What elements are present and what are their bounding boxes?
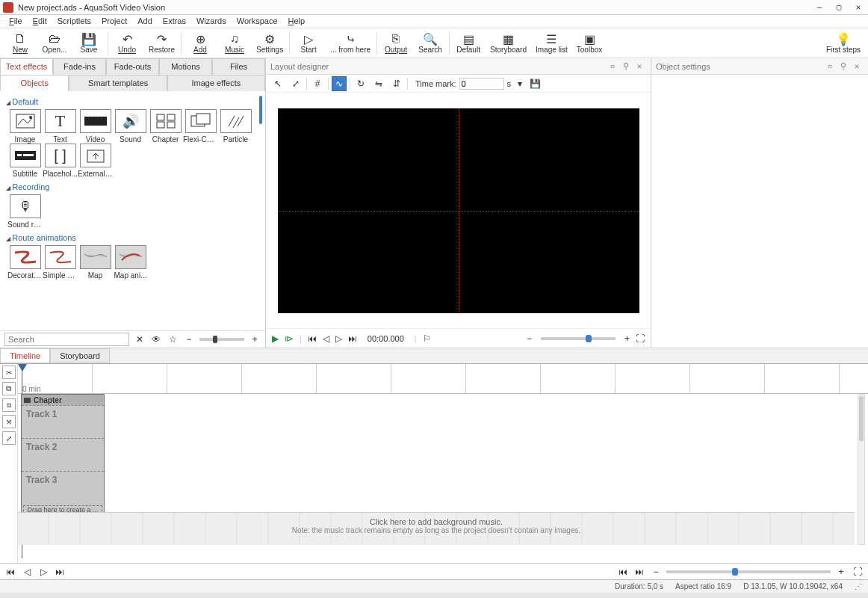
close-button[interactable]: ✕ [849,0,868,15]
tl-zoom-icon[interactable]: ⤢ [2,431,16,445]
tab-timeline[interactable]: Timeline [0,348,50,363]
save-button[interactable]: 💾Save [73,31,105,55]
tab-storyboard[interactable]: Storyboard [50,348,110,363]
item-map-ani[interactable]: Map ani... [113,245,148,280]
item-external[interactable]: External ... [78,144,113,178]
new-button[interactable]: 🗋New [4,31,36,55]
tab-image-effects[interactable]: Image effects [167,75,265,91]
foot-skip-prev-icon[interactable]: ⏮ [617,567,629,577]
search-input[interactable] [4,333,129,346]
tab-smart-templates[interactable]: Smart templates [69,75,167,91]
menu-help[interactable]: Help [284,15,310,28]
firststeps-button[interactable]: 💡First steps [823,31,864,55]
fit-tl-icon[interactable]: ⛶ [852,567,864,577]
menu-workspace[interactable]: Workspace [232,15,282,28]
menu-scriptlets[interactable]: Scriptlets [53,15,96,28]
add-button[interactable]: ⊕Add [185,31,216,55]
fromhere-button[interactable]: ⤷... from here [327,31,373,55]
grid-icon[interactable]: # [310,76,325,91]
item-subtitle[interactable]: Subtitle [7,144,43,178]
panel-pin-icon[interactable]: ⚲ [619,61,633,71]
stepper-icon[interactable]: ▾ [514,78,526,89]
tab-objects[interactable]: Objects [0,75,69,91]
os-popout-icon[interactable]: ▫ [823,61,837,71]
item-text[interactable]: TText [43,109,78,144]
menu-wizards[interactable]: Wizards [192,15,231,28]
search-button[interactable]: 🔍Search [415,31,446,55]
volume-slider[interactable] [541,337,616,340]
os-pin-icon[interactable]: ⚲ [837,61,850,71]
item-decorate[interactable]: Decorate... [7,245,43,280]
prev-track-icon[interactable]: ⏮ [308,333,317,344]
track-2[interactable]: Track 2 [22,438,104,471]
vol-up-icon[interactable]: + [624,333,630,344]
menu-add[interactable]: Add [133,15,157,28]
foot-prev-icon[interactable]: ◁ [21,567,33,577]
tab-files[interactable]: Files [212,58,265,75]
tab-fade-outs[interactable]: Fade-outs [106,58,159,75]
zoom-out-icon[interactable]: − [183,334,195,345]
clear-search-icon[interactable]: ✕ [134,334,146,345]
zoom-out-tl-icon[interactable]: − [650,567,662,577]
track-1[interactable]: Track 1 [22,405,104,438]
resize-mode-icon[interactable]: ⤢ [288,76,303,91]
tl-fit-icon[interactable]: ⤧ [2,415,16,428]
tl-cut-icon[interactable]: ✂ [2,366,16,379]
timeline-ruler[interactable]: 0 min [18,364,868,394]
star-icon[interactable]: ☆ [167,334,179,345]
menu-file[interactable]: File [4,15,27,28]
foot-skip-next-icon[interactable]: ⏭ [633,567,645,577]
item-sound[interactable]: 🔊Sound [113,109,148,144]
start-button[interactable]: ▷Start [293,31,324,55]
item-placeholder[interactable]: [ ]Placehol... [43,144,78,178]
tl-ungroup-icon[interactable]: ⧈ [2,398,16,412]
maximize-button[interactable]: ▢ [829,0,849,15]
settings-button[interactable]: ⚙Settings [253,31,286,55]
flag-icon[interactable]: ⚐ [423,333,431,344]
zoom-in-icon[interactable]: + [249,334,261,345]
tab-text-effects[interactable]: Text effects [0,58,53,75]
rotate-icon[interactable]: ↻ [353,76,368,91]
timeline-vscroll[interactable] [858,394,865,545]
menu-project[interactable]: Project [97,15,131,28]
minimize-button[interactable]: — [810,0,829,15]
chapter-collapse-icon[interactable] [24,398,31,403]
chapter-block[interactable]: Chapter Track 1 Track 2 Track 3 Drag her… [21,394,105,518]
zoom-in-tl-icon[interactable]: + [835,567,847,577]
item-map[interactable]: Map [78,245,113,280]
foot-next-icon[interactable]: ▷ [37,567,49,577]
item-image[interactable]: Image [7,109,43,144]
foot-first-icon[interactable]: ⏮ [4,567,16,577]
music-button[interactable]: ♫Music [219,31,250,55]
save-pos-icon[interactable]: 💾 [529,78,541,89]
undo-button[interactable]: ↶Undo [111,31,143,55]
next-track-icon[interactable]: ⏭ [348,333,357,344]
group-default[interactable]: Default [6,97,261,106]
item-particle[interactable]: Particle [218,109,253,144]
timemark-input[interactable] [459,78,504,90]
menu-edit[interactable]: Edit [28,15,52,28]
panel-popout-icon[interactable]: ▫ [606,61,619,71]
tab-motions[interactable]: Motions [159,58,212,75]
output-button[interactable]: ⎘Output [380,31,412,55]
item-video[interactable]: Video [78,109,113,144]
storyboard-button[interactable]: ▦Storyboard [487,31,530,55]
eye-icon[interactable]: 👁 [150,334,162,345]
item-flexicoll[interactable]: Flexi-Coll... [183,109,218,144]
snap-icon[interactable]: ∿ [332,76,347,91]
play-icon[interactable]: ▶ [272,333,279,344]
preview-canvas[interactable] [278,108,639,313]
os-close-icon[interactable]: ✕ [850,61,864,71]
toolbox-button[interactable]: ▣Toolbox [574,31,605,55]
group-route[interactable]: Route animations [6,233,261,242]
fullscreen-icon[interactable]: ⛶ [636,333,645,344]
prev-frame-icon[interactable]: ◁ [323,333,329,344]
timeline-zoom-slider[interactable] [666,570,831,573]
select-mode-icon[interactable]: ↖ [270,76,285,91]
panel-close-icon[interactable]: ✕ [633,61,646,71]
flip-icon[interactable]: ⇋ [371,76,386,91]
imagelist-button[interactable]: ☰Image list [533,31,571,55]
menu-extras[interactable]: Extras [158,15,190,28]
item-chapter[interactable]: Chapter [148,109,183,144]
music-track[interactable]: Click here to add background music. Note… [18,512,855,545]
